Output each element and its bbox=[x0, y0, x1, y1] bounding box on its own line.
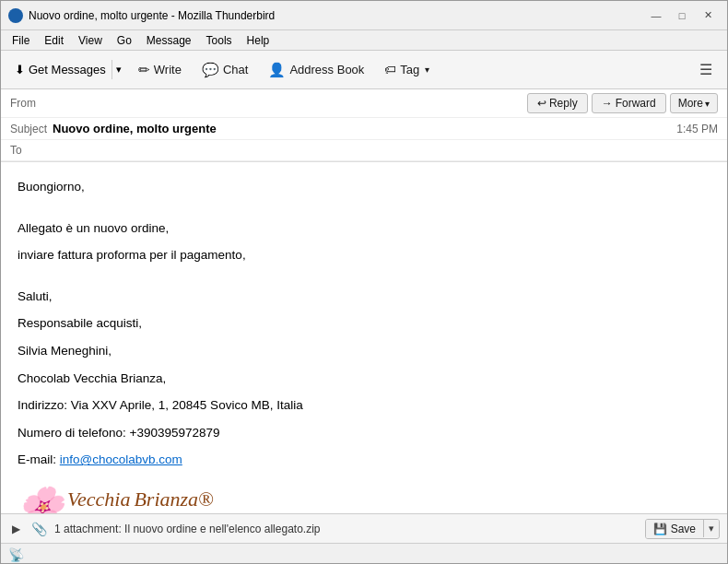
write-icon: ✏ bbox=[138, 62, 150, 78]
signature-logo: 🌸 Vecchia Brianza® CHOCOLAB bbox=[18, 485, 710, 513]
email-contact-row: E-mail: info@chocolabvb.com bbox=[18, 450, 710, 470]
action-buttons: ↩ Reply → Forward More ▾ bbox=[527, 93, 718, 113]
sender-name: Silvia Meneghini, bbox=[18, 341, 710, 361]
attachment-icon: 📎 bbox=[31, 522, 47, 536]
chat-icon: 💬 bbox=[202, 62, 219, 78]
address-book-label: Address Book bbox=[289, 63, 364, 76]
write-label: Write bbox=[154, 63, 182, 76]
attachment-bar: ▶ 📎 1 attachment: Il nuovo ordine e nell… bbox=[1, 513, 727, 543]
minimize-button[interactable]: — bbox=[644, 6, 668, 25]
window-title: Nuovo ordine, molto urgente - Mozilla Th… bbox=[29, 9, 644, 22]
tag-label: Tag bbox=[400, 63, 419, 76]
logo-vecchia: Vecchia bbox=[67, 488, 130, 511]
toolbar: ⬇ Get Messages ▾ ✏ Write 💬 Chat 👤 Addres… bbox=[1, 51, 727, 89]
more-dropdown-icon: ▾ bbox=[705, 99, 710, 109]
salutation: Saluti, bbox=[18, 287, 710, 307]
reply-button[interactable]: ↩ Reply bbox=[527, 93, 588, 113]
from-label: From bbox=[10, 97, 61, 110]
more-label: More bbox=[678, 97, 703, 110]
reply-label: Reply bbox=[549, 97, 578, 110]
status-icon: 📡 bbox=[8, 547, 24, 562]
tag-button[interactable]: 🏷 Tag ▾ bbox=[376, 58, 438, 81]
greeting: Buongiorno, bbox=[18, 177, 710, 197]
get-messages-group[interactable]: ⬇ Get Messages ▾ bbox=[8, 58, 126, 81]
hamburger-menu-button[interactable]: ☰ bbox=[692, 57, 720, 82]
menu-bar: File Edit View Go Message Tools Help bbox=[1, 30, 727, 51]
subject-row: Subject Nuovo ordine, molto urgente 1:45… bbox=[1, 118, 727, 140]
get-messages-label: Get Messages bbox=[29, 63, 106, 76]
save-icon: 💾 bbox=[653, 523, 667, 535]
content-area: From ↩ Reply → Forward More ▾ Subject Nu… bbox=[1, 89, 727, 564]
write-button[interactable]: ✏ Write bbox=[130, 57, 190, 83]
save-button-group: 💾 Save ▾ bbox=[645, 519, 720, 539]
email-contact-link[interactable]: info@chocolabvb.com bbox=[60, 452, 182, 466]
email-body: Buongiorno, Allegato è un nuovo ordine, … bbox=[1, 162, 727, 513]
tag-icon: 🏷 bbox=[384, 63, 396, 76]
status-bar: 📡 bbox=[1, 543, 727, 564]
logo-flourish: 🌸 bbox=[18, 485, 64, 513]
title-bar: Nuovo ordine, molto urgente - Mozilla Th… bbox=[1, 1, 727, 30]
logo-brianza: Brianza® bbox=[134, 488, 213, 511]
to-label: To bbox=[10, 144, 22, 157]
save-button[interactable]: 💾 Save bbox=[646, 520, 703, 538]
chat-label: Chat bbox=[223, 63, 248, 76]
forward-button[interactable]: → Forward bbox=[592, 93, 666, 113]
address-book-button[interactable]: 👤 Address Book bbox=[260, 57, 372, 83]
maximize-button[interactable]: □ bbox=[670, 6, 694, 25]
get-messages-button[interactable]: ⬇ Get Messages bbox=[9, 59, 112, 80]
body-wrapper: pc k.com Buongiorno, Allegato è un nuovo… bbox=[1, 162, 727, 513]
save-label: Save bbox=[671, 523, 696, 535]
role: Responsabile acquisti, bbox=[18, 313, 710, 334]
menu-go[interactable]: Go bbox=[110, 32, 139, 49]
app-icon bbox=[8, 8, 23, 23]
tag-dropdown-icon: ▾ bbox=[425, 65, 429, 75]
subject-value: Nuovo ordine, molto urgente bbox=[53, 122, 676, 135]
more-button[interactable]: More ▾ bbox=[670, 93, 718, 113]
subject-label: Subject bbox=[10, 123, 47, 135]
get-messages-icon: ⬇ bbox=[15, 63, 25, 76]
to-row: To bbox=[1, 140, 727, 161]
logo-chocolab: CHOCOLAB bbox=[67, 511, 214, 513]
menu-view[interactable]: View bbox=[71, 32, 110, 49]
close-button[interactable]: ✕ bbox=[696, 6, 720, 25]
phone: Numero di telefono: +390395972879 bbox=[18, 423, 710, 443]
chat-button[interactable]: 💬 Chat bbox=[194, 57, 256, 83]
forward-icon: → bbox=[602, 97, 613, 110]
from-row: From ↩ Reply → Forward More ▾ bbox=[1, 89, 727, 118]
menu-file[interactable]: File bbox=[5, 32, 37, 49]
expand-attachment-button[interactable]: ▶ bbox=[8, 521, 24, 537]
window-controls: — □ ✕ bbox=[644, 6, 720, 25]
get-messages-dropdown[interactable]: ▾ bbox=[112, 60, 125, 79]
forward-label: Forward bbox=[616, 97, 656, 110]
email-contact-label: E-mail: bbox=[18, 452, 60, 466]
reply-icon: ↩ bbox=[537, 97, 546, 110]
body-line2: inviare fattura proforma per il pagament… bbox=[18, 245, 710, 265]
email-header: From ↩ Reply → Forward More ▾ Subject Nu… bbox=[1, 89, 727, 162]
menu-tools[interactable]: Tools bbox=[199, 32, 240, 49]
menu-message[interactable]: Message bbox=[139, 32, 199, 49]
email-time: 1:45 PM bbox=[676, 123, 718, 135]
attachment-text: 1 attachment: Il nuovo ordine e nell'ele… bbox=[54, 523, 638, 535]
menu-help[interactable]: Help bbox=[240, 32, 277, 49]
address: Indirizzo: Via XXV Aprile, 1, 20845 Sovi… bbox=[18, 395, 710, 416]
save-dropdown-button[interactable]: ▾ bbox=[703, 520, 719, 537]
address-book-icon: 👤 bbox=[268, 62, 286, 78]
menu-edit[interactable]: Edit bbox=[37, 32, 71, 49]
company-name: Chocolab Vecchia Brianza, bbox=[18, 369, 710, 389]
body-line1: Allegato è un nuovo ordine, bbox=[18, 218, 710, 239]
